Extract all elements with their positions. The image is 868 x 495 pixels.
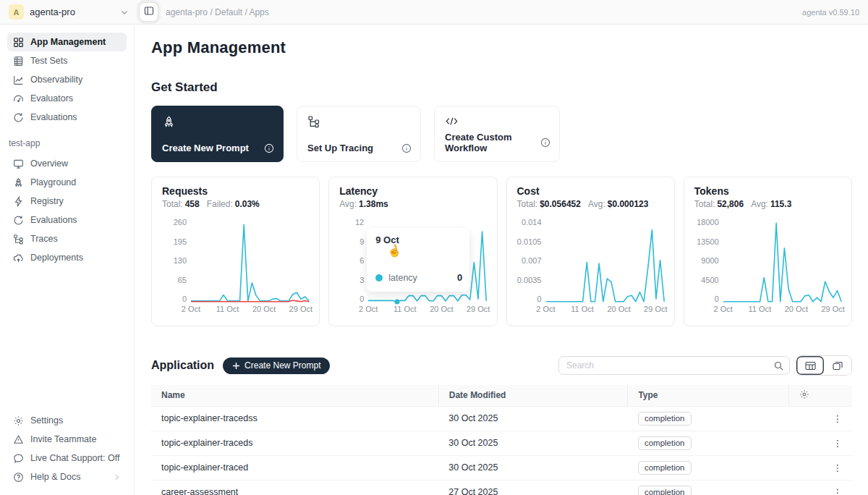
create-custom-workflow-card[interactable]: Create Custom Workflow	[434, 106, 560, 162]
table-view-icon	[805, 361, 816, 371]
chart-stat: Total:$0.056452	[517, 199, 581, 209]
column-settings-header	[789, 385, 852, 406]
help-icon	[13, 472, 24, 483]
search-input[interactable]	[566, 360, 774, 371]
sidebar-item-registry[interactable]: Registry	[7, 192, 127, 211]
workspace-avatar: A	[9, 4, 24, 20]
column-header-name: Name	[151, 385, 438, 406]
type-cell: completion	[628, 406, 789, 431]
info-icon[interactable]	[540, 138, 550, 148]
sidebar-item-invite-teammate[interactable]: Invite Teammate	[7, 430, 127, 449]
sidebar-item-settings[interactable]: Settings	[7, 411, 127, 430]
create-new-prompt-card[interactable]: Create New Prompt	[151, 106, 284, 162]
column-header-type: Type	[628, 385, 789, 406]
info-icon[interactable]	[264, 143, 274, 153]
app-name-cell: topic-explainer-traceds	[151, 431, 438, 455]
x-axis-labels: 2 Oct11 Oct20 Oct29 Oct	[546, 305, 664, 316]
sidebar-item-label: Observability	[30, 75, 82, 85]
row-menu-button[interactable]: ⋮	[789, 480, 852, 495]
grid-icon	[13, 37, 24, 48]
date-modified-cell: 30 Oct 2025	[438, 431, 628, 455]
table-row[interactable]: topic-explainer-traced30 Oct 2025complet…	[151, 455, 852, 480]
table-row[interactable]: topic-explainer-traceds30 Oct 2025comple…	[151, 431, 852, 455]
sidebar-app-nav: OverviewPlaygroundRegistryEvaluationsTra…	[7, 154, 127, 267]
sidebar: App ManagementTest SetsObservabilityEval…	[0, 25, 135, 495]
sidebar-item-label: Registry	[30, 196, 64, 206]
create-new-prompt-button[interactable]: Create New Prompt	[223, 358, 330, 374]
chart-stat: Total:52,806	[694, 199, 744, 209]
chart-title: Requests	[162, 185, 309, 197]
row-menu-button[interactable]: ⋮	[789, 455, 852, 480]
sidebar-item-evaluations[interactable]: Evaluations	[7, 211, 127, 229]
card-view-button[interactable]	[824, 356, 851, 375]
plus-icon	[232, 362, 240, 370]
sidebar-item-label: Live Chat Support: Off	[30, 453, 119, 463]
monitor-icon	[13, 158, 24, 169]
sidebar-toggle-button[interactable]	[139, 2, 158, 22]
sidebar-main-nav: App ManagementTest SetsObservabilityEval…	[7, 33, 127, 127]
column-header-date-modified: Date Modified	[438, 385, 628, 406]
date-modified-cell: 30 Oct 2025	[438, 455, 628, 480]
type-cell: completion	[628, 431, 789, 455]
table-view-button[interactable]	[796, 356, 824, 375]
sidebar-item-deployments[interactable]: Deployments	[7, 248, 127, 267]
type-badge: completion	[638, 412, 692, 426]
sidebar-item-help-docs[interactable]: Help & Docs	[7, 468, 127, 486]
view-toggle	[796, 355, 852, 376]
x-axis-labels: 2 Oct11 Oct20 Oct29 Oct	[368, 305, 486, 316]
sidebar-item-label: Evaluators	[30, 93, 73, 103]
app-name-cell: topic-explainer-tracedss	[151, 406, 438, 431]
app-name-cell: topic-explainer-traced	[151, 455, 438, 480]
chevron-down-icon	[120, 8, 129, 17]
sidebar-item-observability[interactable]: Observability	[7, 70, 127, 89]
code-icon	[445, 115, 549, 127]
row-menu-button[interactable]: ⋮	[789, 431, 852, 455]
tooltip-series-name: latency	[388, 273, 417, 283]
sidebar-item-traces[interactable]: Traces	[7, 229, 127, 248]
sidebar-item-label: Evaluations	[30, 215, 77, 225]
type-badge: completion	[638, 461, 692, 475]
info-icon[interactable]	[401, 143, 412, 153]
page-title: App Management	[151, 38, 852, 57]
sidebar-item-label: Traces	[30, 234, 58, 244]
sidebar-item-playground[interactable]: Playground	[7, 173, 127, 192]
gear-icon[interactable]	[799, 389, 809, 399]
sidebar-bottom-nav: SettingsInvite TeammateLive Chat Support…	[7, 411, 127, 486]
sidebar-item-evaluations[interactable]: Evaluations	[7, 108, 127, 127]
chart-stat: Failed:0.03%	[207, 199, 260, 209]
type-badge: completion	[638, 436, 692, 450]
create-button-label: Create New Prompt	[244, 360, 320, 371]
table-row[interactable]: topic-explainer-tracedss30 Oct 2025compl…	[151, 406, 852, 431]
chart-stat: Avg:115.3	[751, 199, 791, 209]
sidebar-item-label: Test Sets	[30, 56, 67, 66]
workspace-selector[interactable]: A agenta-pro	[9, 4, 129, 20]
refresh-icon	[13, 112, 24, 123]
get-started-heading: Get Started	[151, 80, 852, 95]
application-heading: Application	[151, 359, 214, 372]
sidebar-item-overview[interactable]: Overview	[7, 154, 127, 173]
chart-tooltip: 9 Oct ☝ latency 0	[367, 228, 469, 292]
gauge-icon	[13, 93, 24, 104]
search-box	[558, 356, 790, 375]
sidebar-item-label: App Management	[30, 37, 106, 47]
get-started-card-label: Create New Prompt	[162, 143, 249, 153]
sidebar-item-app-management[interactable]: App Management	[7, 33, 127, 51]
set-up-tracing-card[interactable]: Set Up Tracing	[297, 106, 421, 162]
sidebar-item-live-chat-support-off[interactable]: Live Chat Support: Off	[7, 449, 127, 468]
testsets-icon	[13, 56, 24, 67]
sidebar-item-label: Overview	[30, 158, 68, 169]
x-axis-labels: 2 Oct11 Oct20 Oct29 Oct	[723, 305, 841, 316]
y-axis-labels: 0.0140.01050.0070.00350	[517, 218, 546, 303]
search-icon[interactable]	[774, 361, 783, 371]
breadcrumb[interactable]: agenta-pro / Default / Apps	[166, 7, 269, 17]
invite-icon	[13, 434, 24, 445]
tracing-tree-icon	[307, 115, 410, 128]
sidebar-item-evaluators[interactable]: Evaluators	[7, 89, 127, 108]
get-started-card-label: Set Up Tracing	[307, 143, 373, 153]
get-started-card-label: Create Custom Workflow	[445, 132, 540, 153]
table-row[interactable]: career-assessment27 Oct 2025completion⋮	[151, 480, 852, 495]
sidebar-item-test-sets[interactable]: Test Sets	[7, 51, 127, 70]
requests-chart-card: Requests Total:458Failed:0.03% 260195130…	[151, 177, 320, 326]
main-content: App Management Get Started Create New Pr…	[135, 25, 868, 495]
row-menu-button[interactable]: ⋮	[789, 406, 852, 431]
